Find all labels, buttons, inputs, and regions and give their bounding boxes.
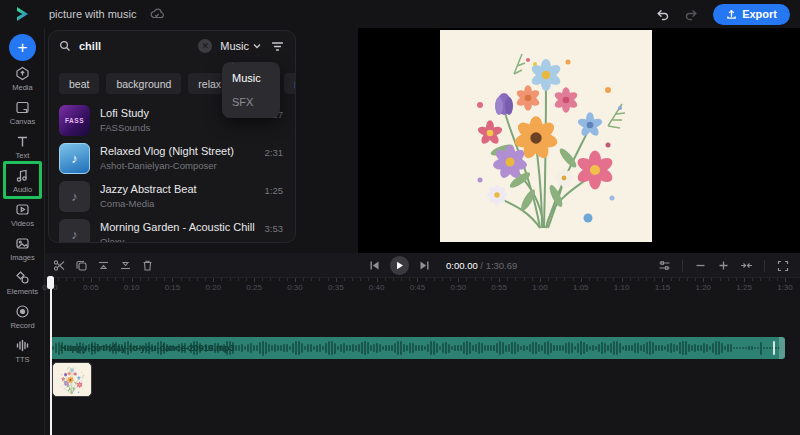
sidebar-item-canvas[interactable]: Canvas bbox=[0, 96, 45, 130]
check-icon bbox=[232, 62, 233, 65]
zoom-in-button[interactable] bbox=[714, 256, 733, 275]
zoom-out-button[interactable] bbox=[691, 256, 710, 275]
sidebar-label: Canvas bbox=[10, 117, 35, 126]
timecode-display: 0:00.00 / 1:30.69 bbox=[446, 260, 517, 271]
track-list-item[interactable]: ♪ Morning Garden - Acoustic Chill Olexy … bbox=[49, 215, 295, 243]
sidebar-label: Elements bbox=[7, 287, 38, 296]
previous-frame-button[interactable] bbox=[365, 256, 384, 275]
track-duration: 1:25 bbox=[265, 185, 284, 196]
total-duration: 1:30.69 bbox=[486, 260, 518, 271]
sidebar-item-text[interactable]: Text bbox=[0, 130, 45, 164]
redo-button[interactable] bbox=[684, 7, 699, 22]
sidebar-label: Record bbox=[10, 321, 34, 330]
minus-icon bbox=[695, 260, 706, 271]
clear-search-button[interactable]: ✕ bbox=[198, 39, 212, 53]
video-editor-app: picture with music Expo bbox=[0, 0, 800, 435]
tag-background[interactable]: background bbox=[106, 73, 181, 94]
sidebar-item-videos[interactable]: Videos bbox=[0, 198, 45, 232]
search-row: ✕ Music bbox=[49, 31, 295, 61]
sidebar-item-tts[interactable]: TTS bbox=[0, 334, 45, 368]
sidebar-label: Text bbox=[16, 151, 30, 160]
track-artist: FASSounds bbox=[100, 122, 255, 133]
track-duration: 2:31 bbox=[265, 147, 284, 158]
sidebar-label: Images bbox=[10, 253, 35, 262]
trim-right-button[interactable] bbox=[116, 256, 135, 275]
project-title[interactable]: picture with music bbox=[49, 8, 136, 20]
export-label: Export bbox=[742, 8, 777, 20]
divider bbox=[682, 260, 683, 272]
search-icon bbox=[59, 40, 71, 52]
sidebar-label: TTS bbox=[15, 355, 29, 364]
category-dropdown-trigger[interactable]: Music bbox=[218, 40, 263, 52]
video-icon bbox=[15, 202, 30, 217]
audio-clip[interactable]: Happy-birthday-to-you-dance-20919.mp3 bbox=[50, 337, 785, 359]
export-button[interactable]: Export bbox=[713, 4, 790, 25]
sidebar-item-audio[interactable]: Audio bbox=[0, 164, 45, 198]
copy-icon bbox=[75, 259, 88, 272]
dropdown-option-music[interactable]: Music bbox=[222, 66, 280, 90]
track-title: Morning Garden - Acoustic Chill bbox=[100, 221, 255, 233]
duplicate-button[interactable] bbox=[72, 256, 91, 275]
track-thumbnail music-note-icon: ♪ bbox=[59, 143, 90, 174]
timeline-toolbar: 0:00.00 / 1:30.69 bbox=[45, 253, 800, 278]
audio-clip-name: Happy-birthday-to-you-dance-20919.mp3 bbox=[60, 337, 235, 359]
add-media-button[interactable]: + bbox=[9, 34, 36, 61]
playback-controls: 0:00.00 / 1:30.69 bbox=[365, 253, 517, 278]
flower-image[interactable] bbox=[440, 30, 652, 242]
sidebar-item-elements[interactable]: Elements bbox=[0, 266, 45, 300]
track-artist: Ashot-Danielyan-Composer bbox=[100, 160, 255, 171]
track-artist: Coma-Media bbox=[100, 198, 255, 209]
cloud-save-status-icon bbox=[150, 7, 164, 21]
app-logo-icon[interactable] bbox=[13, 5, 31, 23]
topbar-actions: Export bbox=[655, 0, 790, 28]
plus-icon bbox=[718, 260, 729, 271]
image-icon bbox=[15, 236, 30, 251]
play-icon bbox=[395, 261, 404, 270]
dropdown-option-sfx[interactable]: SFX bbox=[222, 90, 280, 114]
sidebar-label: Audio bbox=[13, 185, 32, 194]
image-clip[interactable] bbox=[52, 362, 92, 397]
sidebar-item-media[interactable]: Media bbox=[0, 62, 45, 96]
track-list-item[interactable]: ♪ Jazzy Abstract Beat Coma-Media 1:25 bbox=[49, 177, 295, 215]
timeline-section: 0:00.00 / 1:30.69 bbox=[45, 253, 800, 435]
trim-right-icon bbox=[119, 259, 132, 272]
media-upload-icon bbox=[15, 66, 30, 81]
tag-restaurant[interactable]: restaurant bbox=[284, 73, 296, 94]
track-title: Jazzy Abstract Beat bbox=[100, 183, 255, 195]
current-time: 0:00.00 bbox=[446, 260, 478, 271]
sidebar-item-images[interactable]: Images bbox=[0, 232, 45, 266]
track-options-button[interactable] bbox=[655, 256, 674, 275]
fullscreen-button[interactable] bbox=[773, 256, 792, 275]
trim-left-button[interactable] bbox=[94, 256, 113, 275]
split-button[interactable] bbox=[50, 256, 69, 275]
filter-button[interactable] bbox=[269, 37, 285, 56]
image-clip-thumbnail bbox=[53, 363, 91, 396]
fit-to-timeline-button[interactable] bbox=[737, 256, 756, 275]
undo-button[interactable] bbox=[655, 7, 670, 22]
sidebar-label: Videos bbox=[11, 219, 34, 228]
search-input[interactable] bbox=[77, 39, 192, 53]
track-thumbnail: FASS bbox=[59, 105, 90, 136]
tag-beat[interactable]: beat bbox=[59, 73, 99, 94]
delete-button[interactable] bbox=[138, 256, 157, 275]
clip-trim-handle[interactable] bbox=[779, 337, 785, 359]
fullscreen-icon bbox=[777, 260, 789, 272]
upload-icon bbox=[726, 9, 737, 20]
trim-left-icon bbox=[97, 259, 110, 272]
track-thumbnail music-note-icon: ♪ bbox=[59, 219, 90, 244]
left-sidebar: + Media Canvas Text Audio Videos Images … bbox=[0, 28, 45, 435]
track-list-item[interactable]: ♪ Relaxed Vlog (Night Street) Ashot-Dani… bbox=[49, 139, 295, 177]
next-frame-button[interactable] bbox=[415, 256, 434, 275]
top-bar: picture with music Expo bbox=[0, 0, 800, 28]
preview-canvas[interactable] bbox=[358, 28, 800, 253]
category-selected-value: Music bbox=[220, 40, 249, 52]
track-thumbnail music-note-icon: ♪ bbox=[59, 181, 90, 212]
sidebar-item-record[interactable]: Record bbox=[0, 300, 45, 334]
text-icon bbox=[15, 134, 30, 149]
scissors-icon bbox=[53, 259, 66, 272]
play-button[interactable] bbox=[390, 256, 409, 275]
track-options-icon bbox=[658, 259, 671, 272]
divider bbox=[764, 260, 765, 272]
timeline-ruler[interactable]: 0:000:050:100:150:200:250:300:350:400:45… bbox=[45, 278, 800, 294]
prev-frame-icon bbox=[369, 260, 380, 271]
